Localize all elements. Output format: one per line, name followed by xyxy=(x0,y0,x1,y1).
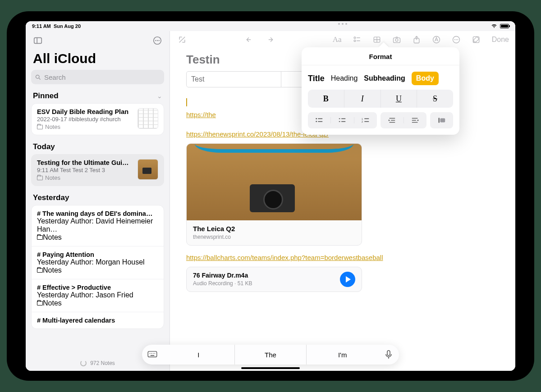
underline-button[interactable]: U xyxy=(381,90,417,108)
status-time: 9:11 AM xyxy=(32,23,51,29)
multitask-handle[interactable] xyxy=(338,23,347,25)
suggestion[interactable]: I xyxy=(163,345,234,365)
list-style-segment: 12 xyxy=(308,112,377,128)
svg-point-24 xyxy=(316,118,317,119)
svg-point-16 xyxy=(395,39,398,41)
note-item-pinned[interactable]: ESV Daily Bible Reading Plan 2022-09-17 … xyxy=(31,103,164,135)
status-date: Sun Aug 20 xyxy=(54,23,81,29)
outdent-button[interactable] xyxy=(381,117,403,123)
dictation-button[interactable] xyxy=(378,350,399,359)
dash-list-button[interactable] xyxy=(330,117,353,123)
note-item[interactable]: # The waning days of DEI's domina… Yeste… xyxy=(32,205,164,246)
note-item[interactable]: # Paying Attention Yesterday Author: Mor… xyxy=(32,246,164,279)
format-segment: B I U S xyxy=(308,90,453,108)
format-popover: Format Title Heading Subheading Body B I… xyxy=(302,47,459,135)
text-style-picker[interactable]: Title Heading Subheading Body xyxy=(302,65,459,90)
sidebar-toggle-button[interactable] xyxy=(32,35,44,46)
svg-rect-49 xyxy=(151,355,155,356)
note-item-today-selected[interactable]: Testing for the Ultimate Gui… 9:11 AM Te… xyxy=(31,154,164,186)
folder-icon xyxy=(37,268,43,273)
search-input[interactable]: Search xyxy=(31,70,164,84)
svg-rect-44 xyxy=(148,351,157,357)
preview-image xyxy=(187,144,362,220)
redo-button[interactable] xyxy=(264,34,275,46)
link[interactable]: https://ballcharts.com/teams/index.php?t… xyxy=(186,254,383,261)
section-pinned[interactable]: Pinned ⌄ xyxy=(26,89,170,102)
keyboard-suggestion-bar: I The I'm xyxy=(142,345,399,365)
link[interactable]: https://the xyxy=(186,111,216,119)
link-preview-card[interactable]: The Leica Q2 thenewsprint.co xyxy=(186,143,362,246)
markup-button[interactable] xyxy=(431,34,442,46)
bold-button[interactable]: B xyxy=(308,90,344,108)
home-indicator[interactable] xyxy=(241,367,300,369)
folder-icon xyxy=(37,235,43,240)
note-thumbnail xyxy=(138,159,158,180)
italic-button[interactable]: I xyxy=(344,90,381,108)
folder-icon xyxy=(37,125,43,129)
svg-point-26 xyxy=(316,121,317,122)
text-style-button[interactable]: Aa xyxy=(331,34,343,46)
compose-button[interactable] xyxy=(470,34,482,46)
style-body-selected[interactable]: Body xyxy=(412,72,439,85)
table-button[interactable] xyxy=(371,34,383,46)
table-cell[interactable]: Test xyxy=(187,72,281,87)
chevron-down-icon: ⌄ xyxy=(157,92,162,100)
style-heading[interactable]: Heading xyxy=(331,74,358,82)
note-item[interactable]: # Multi-layered calendars xyxy=(32,312,164,328)
bullet-list-button[interactable] xyxy=(308,117,330,123)
sync-spinner-icon xyxy=(80,360,87,366)
sidebar: All iCloud Search Pinned ⌄ ESV Daily Bib… xyxy=(26,21,170,371)
numbered-list-button[interactable]: 12 xyxy=(354,117,377,123)
more-button[interactable] xyxy=(450,34,462,46)
note-thumbnail xyxy=(138,108,158,129)
page-title: All iCloud xyxy=(26,50,170,70)
yesterday-list: # The waning days of DEI's domina… Yeste… xyxy=(31,205,164,329)
section-today: Today xyxy=(26,140,170,153)
svg-point-3 xyxy=(155,40,156,41)
svg-point-8 xyxy=(354,37,356,39)
checklist-button[interactable] xyxy=(351,34,363,46)
play-button[interactable] xyxy=(340,272,355,287)
style-title[interactable]: Title xyxy=(308,74,325,83)
svg-point-48 xyxy=(154,353,155,354)
audio-attachment[interactable]: 76 Fairway Dr.m4a Audio Recording · 51 K… xyxy=(186,267,362,292)
folder-icon xyxy=(37,176,43,180)
svg-point-6 xyxy=(36,75,40,78)
wifi-icon xyxy=(491,24,497,28)
battery-icon xyxy=(500,24,509,28)
done-button[interactable]: Done xyxy=(492,36,509,44)
svg-point-21 xyxy=(456,39,457,40)
svg-point-4 xyxy=(157,40,158,41)
svg-text:2: 2 xyxy=(362,120,363,123)
svg-point-10 xyxy=(354,40,356,42)
svg-line-7 xyxy=(39,78,40,79)
search-icon xyxy=(35,74,41,81)
svg-point-45 xyxy=(150,353,151,354)
undo-button[interactable] xyxy=(244,34,256,46)
svg-rect-0 xyxy=(34,38,42,44)
svg-rect-43 xyxy=(440,119,445,123)
more-options-button[interactable] xyxy=(151,35,163,46)
indent-button[interactable] xyxy=(403,117,427,123)
camera-button[interactable] xyxy=(391,34,403,46)
suggestion[interactable]: I'm xyxy=(306,345,378,365)
text-cursor xyxy=(186,98,187,106)
block-quote-button[interactable] xyxy=(430,112,453,128)
editor: Aa Done Testin Apple Notes Test xyxy=(170,21,515,371)
share-button[interactable] xyxy=(411,34,422,46)
popover-title: Format xyxy=(302,47,459,65)
status-bar: 9:11 AM Sun Aug 20 xyxy=(26,21,515,31)
folder-icon xyxy=(37,301,43,305)
section-yesterday: Yesterday xyxy=(26,191,170,204)
svg-point-5 xyxy=(158,40,159,41)
expand-button[interactable] xyxy=(176,34,188,46)
note-item[interactable]: # Effective > Productive Yesterday Autho… xyxy=(32,279,164,312)
strikethrough-button[interactable]: S xyxy=(417,90,453,108)
svg-point-47 xyxy=(153,353,154,354)
svg-point-20 xyxy=(454,39,455,40)
keyboard-button[interactable] xyxy=(142,351,163,358)
suggestion[interactable]: The xyxy=(234,345,307,365)
indent-segment xyxy=(381,112,426,128)
svg-point-46 xyxy=(151,353,152,354)
style-subheading[interactable]: Subheading xyxy=(364,74,405,82)
